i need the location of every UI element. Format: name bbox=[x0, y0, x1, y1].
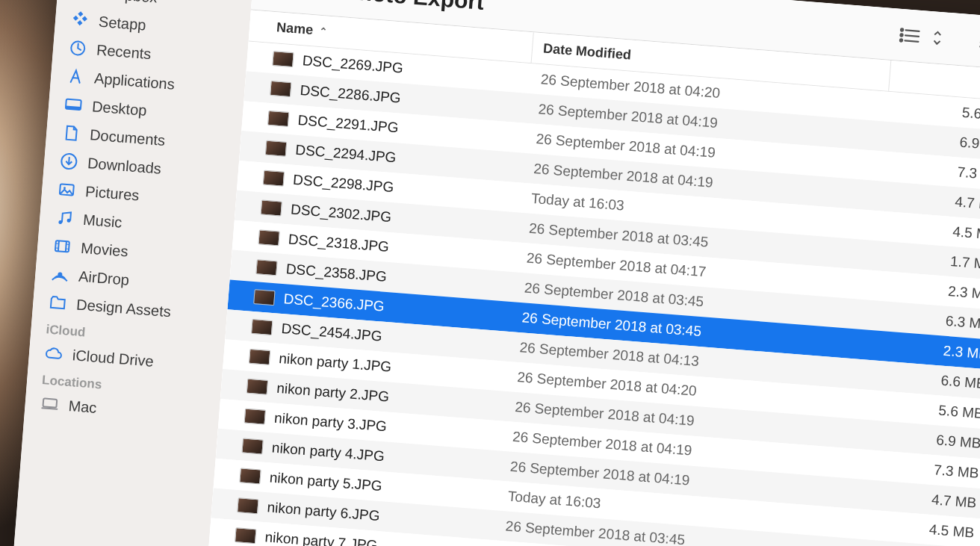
setapp-icon bbox=[69, 10, 90, 31]
forward-button[interactable] bbox=[300, 0, 318, 1]
mac-icon bbox=[40, 394, 61, 415]
file-thumbnail-icon bbox=[261, 199, 282, 216]
file-thumbnail-icon bbox=[237, 497, 258, 514]
movies-icon bbox=[52, 236, 72, 257]
file-size: 6.6 MB bbox=[866, 367, 980, 394]
file-thumbnail-icon bbox=[265, 140, 287, 157]
file-thumbnail-icon bbox=[249, 349, 270, 365]
apps-icon bbox=[65, 66, 86, 87]
file-name: DSC_2286.JPG bbox=[300, 82, 401, 107]
svg-point-26 bbox=[900, 34, 902, 36]
music-icon bbox=[54, 208, 75, 229]
finder-window: FavouritesDropboxSetappRecentsApplicatio… bbox=[7, 0, 980, 546]
file-name: DSC_2454.JPG bbox=[281, 320, 382, 345]
svg-rect-3 bbox=[78, 21, 82, 25]
file-name: nikon party 2.JPG bbox=[276, 380, 389, 406]
downloads-icon bbox=[58, 151, 79, 172]
file-thumbnail-icon bbox=[272, 51, 294, 67]
icloud-icon bbox=[43, 343, 64, 364]
svg-point-25 bbox=[901, 28, 903, 31]
svg-rect-2 bbox=[83, 16, 87, 21]
svg-rect-12 bbox=[55, 241, 69, 252]
desktop-icon bbox=[63, 94, 84, 115]
svg-line-23 bbox=[905, 35, 919, 36]
svg-line-14 bbox=[66, 241, 66, 252]
docs-icon bbox=[61, 122, 81, 143]
svg-rect-1 bbox=[74, 16, 78, 20]
file-name: DSC_2318.JPG bbox=[288, 231, 389, 255]
file-name: DSC_2269.JPG bbox=[302, 52, 403, 77]
file-name: DSC_2366.JPG bbox=[283, 291, 385, 315]
file-thumbnail-icon bbox=[270, 81, 291, 97]
file-thumbnail-icon bbox=[251, 319, 273, 335]
svg-rect-0 bbox=[78, 12, 83, 16]
svg-point-27 bbox=[900, 39, 902, 41]
file-size: 7.3 MB bbox=[859, 456, 980, 483]
file-name: DSC_2298.JPG bbox=[292, 172, 394, 196]
pictures-icon bbox=[56, 179, 77, 200]
file-name: nikon party 5.JPG bbox=[269, 469, 382, 494]
file-size: 4.5 MB bbox=[855, 515, 980, 542]
sidebar-item-label: Documents bbox=[89, 126, 166, 149]
main-panel: Photo Export Name⌃ Date Modified bbox=[200, 0, 980, 546]
file-size: 4.7 MB bbox=[857, 485, 980, 512]
folder-icon bbox=[47, 292, 68, 313]
file-thumbnail-icon bbox=[267, 111, 289, 127]
file-thumbnail-icon bbox=[246, 379, 268, 395]
file-size: 7.3 MB bbox=[882, 158, 980, 185]
file-size: 5.6 MB bbox=[863, 397, 980, 424]
file-name: nikon party 1.JPG bbox=[279, 350, 392, 376]
svg-line-22 bbox=[906, 30, 919, 31]
sidebar-item-label: iCloud Drive bbox=[72, 347, 154, 370]
sidebar-item-label: Downloads bbox=[87, 155, 161, 178]
file-thumbnail-icon bbox=[253, 289, 275, 305]
sidebar-item-label: Applications bbox=[93, 69, 175, 93]
sidebar-item-label: Recents bbox=[96, 41, 152, 63]
file-name: nikon party 3.JPG bbox=[273, 410, 387, 435]
file-name: nikon party 4.JPG bbox=[271, 440, 385, 465]
airdrop-icon bbox=[49, 264, 70, 285]
file-size: 2.3 MB bbox=[868, 337, 980, 364]
file-size: 4.7 MB bbox=[880, 188, 980, 215]
file-size: 6.9 MB bbox=[861, 426, 980, 453]
file-thumbnail-icon bbox=[244, 409, 266, 425]
file-thumbnail-icon bbox=[239, 468, 261, 484]
sidebar-item-label: Setapp bbox=[98, 13, 146, 34]
file-thumbnail-icon bbox=[241, 438, 263, 454]
sidebar-item-label: Design Assets bbox=[75, 296, 171, 320]
svg-line-13 bbox=[58, 241, 59, 251]
folder-title: Photo Export bbox=[343, 0, 485, 14]
file-size: 5.6 MB bbox=[887, 99, 980, 125]
file-listing: DSC_2269.JPG26 September 2018 at 04:205.… bbox=[200, 41, 980, 546]
file-thumbnail-icon bbox=[255, 259, 277, 276]
file-size: 6.9 MB bbox=[884, 128, 980, 155]
svg-line-24 bbox=[905, 40, 919, 41]
file-thumbnail-icon bbox=[235, 527, 256, 544]
svg-rect-20 bbox=[43, 398, 57, 407]
file-size: 4.5 MB bbox=[878, 217, 980, 244]
file-name: DSC_2294.JPG bbox=[295, 142, 397, 167]
dropbox-icon bbox=[72, 0, 93, 2]
sort-indicator-icon: ⌃ bbox=[319, 25, 328, 37]
sidebar-item-label: Movies bbox=[80, 239, 128, 260]
sidebar-item-label: Desktop bbox=[91, 98, 147, 120]
sidebar-item-label: Mac bbox=[68, 397, 97, 417]
file-name: nikon party 7.JPG bbox=[264, 529, 378, 546]
file-size: 1.7 MB bbox=[875, 247, 980, 274]
file-name: DSC_2291.JPG bbox=[297, 112, 399, 137]
file-thumbnail-icon bbox=[263, 170, 285, 187]
file-thumbnail-icon bbox=[258, 229, 279, 246]
file-size: 6.3 MB bbox=[871, 307, 980, 334]
file-name: DSC_2302.JPG bbox=[290, 202, 391, 226]
file-name: DSC_2358.JPG bbox=[285, 261, 387, 285]
view-list-button[interactable] bbox=[899, 26, 949, 46]
sidebar-item-label: Music bbox=[82, 211, 122, 231]
sidebar-item-label: AirDrop bbox=[78, 267, 129, 288]
file-size: 2.3 MB bbox=[873, 277, 980, 304]
sidebar-item-label: Dropbox bbox=[100, 0, 158, 6]
recents-icon bbox=[67, 38, 88, 59]
file-name: nikon party 6.JPG bbox=[267, 499, 380, 524]
sidebar-item-label: Pictures bbox=[84, 182, 140, 204]
